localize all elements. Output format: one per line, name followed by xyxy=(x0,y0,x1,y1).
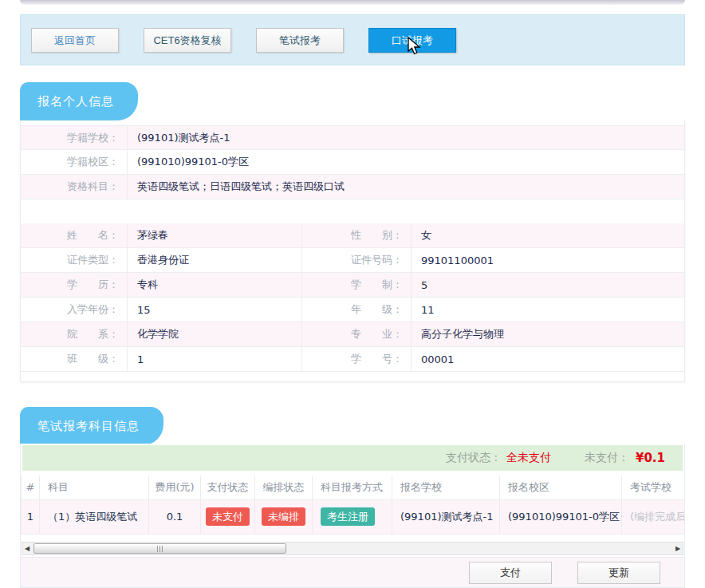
written-subjects-panel: 支付状态： 全未支付 未支付： ¥0.1 # 科目 费用(元) 支付状态 编排状… xyxy=(20,444,685,588)
info-row-school: 学籍学校： (99101)测试考点-1 xyxy=(21,125,684,150)
cell-index: 1 xyxy=(22,499,40,534)
scroll-left-icon[interactable]: ◀ xyxy=(22,543,32,554)
field-label: 学 号： xyxy=(302,347,412,371)
unpaid-label: 未支付： xyxy=(585,451,629,465)
panel-footer: 支付 更新 xyxy=(21,557,684,587)
written-exam-button[interactable]: 笔试报考 xyxy=(256,28,344,53)
field-value: 99101100001 xyxy=(412,248,684,272)
update-button[interactable]: 更新 xyxy=(577,562,660,584)
scroll-right-icon[interactable]: ▶ xyxy=(673,543,683,554)
field-value: 化学学院 xyxy=(128,322,302,346)
info-row-qualified-subjects: 资格科目： 英语四级笔试；日语四级笔试；英语四级口试 xyxy=(21,175,684,199)
field-value: (99101)测试考点-1 xyxy=(128,126,684,149)
field-value: 15 xyxy=(128,298,302,322)
field-label: 学 历： xyxy=(21,273,128,297)
row-spacer xyxy=(21,199,684,223)
col-header-school: 报名学校 xyxy=(392,476,500,499)
info-row-class-studentno: 班 级： 1 学 号： 00001 xyxy=(21,347,684,372)
field-label: 性 别： xyxy=(302,223,412,247)
col-header-arrange-status: 编排状态 xyxy=(255,476,313,499)
field-value: 英语四级笔试；日语四级笔试；英语四级口试 xyxy=(128,175,684,199)
field-value: 1 xyxy=(128,347,302,371)
col-header-index: # xyxy=(22,476,40,499)
subject-table-row: 1 （1）英语四级笔试 0.1 未支付 未编排 考生注册 (99101)测试考点… xyxy=(22,499,685,534)
cell-subject: （1）英语四级笔试 xyxy=(40,499,149,534)
field-label: 姓 名： xyxy=(21,223,128,247)
info-row-campus: 学籍校区： (991010)99101-0学区 xyxy=(21,150,684,175)
field-value: 专科 xyxy=(128,273,302,297)
field-label: 专 业： xyxy=(302,322,412,346)
field-value: 00001 xyxy=(412,347,684,371)
col-header-mode: 科目报考方式 xyxy=(313,476,392,499)
info-row-enrollyear-grade: 入学年份： 15 年 级： 11 xyxy=(21,298,684,322)
cell-mode: 考生注册 xyxy=(313,499,392,534)
info-row-degree-duration: 学 历： 专科 学 制： 5 xyxy=(21,273,684,298)
col-header-pay-status: 支付状态 xyxy=(201,476,255,499)
subjects-table-header-row: # 科目 费用(元) 支付状态 编排状态 科目报考方式 报名学校 报名校区 考试… xyxy=(22,476,685,499)
field-label: 证件类型： xyxy=(21,248,128,272)
field-label: 入学年份： xyxy=(21,298,128,322)
cell-campus: (991010)99101-0学区 xyxy=(500,499,622,534)
cell-fee: 0.1 xyxy=(149,499,201,534)
scrollbar-grip-icon xyxy=(157,546,164,552)
subjects-table-viewport: # 科目 费用(元) 支付状态 编排状态 科目报考方式 报名学校 报名校区 考试… xyxy=(21,476,684,535)
field-label: 学籍学校： xyxy=(21,126,128,149)
top-residual-header-strip xyxy=(20,0,685,5)
field-label: 年 级： xyxy=(302,298,412,322)
field-value: 茅绿春 xyxy=(128,223,302,247)
field-label: 学 制： xyxy=(302,273,412,297)
field-value: 女 xyxy=(412,223,684,247)
field-label: 资格科目： xyxy=(21,175,128,199)
info-row-name-gender: 姓 名： 茅绿春 性 别： 女 xyxy=(21,223,684,248)
unpaid-amount: ¥0.1 xyxy=(636,451,665,465)
field-value: 5 xyxy=(412,273,684,297)
toolbar: 返回首页 CET6资格复核 笔试报考 口试报考 xyxy=(20,14,685,65)
field-value: 香港身份证 xyxy=(128,248,302,272)
register-mode-badge: 考生注册 xyxy=(321,507,375,526)
col-header-fee: 费用(元) xyxy=(149,476,201,499)
written-subjects-panel-title: 笔试报考科目信息 xyxy=(20,407,163,445)
cell-exam-school: (编排完成后 xyxy=(622,499,685,534)
field-label: 班 级： xyxy=(21,347,128,371)
field-label: 院 系： xyxy=(21,322,128,346)
col-header-subject: 科目 xyxy=(40,476,149,499)
info-row-department-major: 院 系： 化学学院 专 业： 高分子化学与物理 xyxy=(21,322,684,347)
back-home-button[interactable]: 返回首页 xyxy=(31,28,119,53)
oral-exam-button[interactable]: 口试报考 xyxy=(368,28,456,53)
subjects-table: # 科目 费用(元) 支付状态 编排状态 科目报考方式 报名学校 报名校区 考试… xyxy=(21,476,684,535)
payment-status-label: 支付状态： xyxy=(446,451,502,465)
unarranged-status-badge: 未编排 xyxy=(262,507,305,526)
payment-status-bar: 支付状态： 全未支付 未支付： ¥0.1 xyxy=(22,445,683,471)
personal-info-panel: 学籍学校： (99101)测试考点-1 学籍校区： (991010)99101-… xyxy=(20,120,685,382)
field-label: 证件号码： xyxy=(302,248,412,272)
field-value: 11 xyxy=(412,298,684,322)
unpaid-status-badge: 未支付 xyxy=(206,507,250,526)
cet6-review-button[interactable]: CET6资格复核 xyxy=(144,28,231,53)
cell-school: (99101)测试考点-1 xyxy=(392,499,500,534)
info-row-idtype-idnumber: 证件类型： 香港身份证 证件号码： 99101100001 xyxy=(21,248,684,273)
field-label: 学籍校区： xyxy=(21,150,128,174)
payment-status-value: 全未支付 xyxy=(506,451,551,465)
cell-pay-status: 未支付 xyxy=(201,499,255,534)
col-header-exam-school: 考试学校 xyxy=(622,476,685,499)
cet-registration-page: { "toolbar": { "home_label": "返回首页", "ce… xyxy=(0,0,705,588)
cell-arrange-status: 未编排 xyxy=(255,499,313,534)
pay-button[interactable]: 支付 xyxy=(469,562,552,584)
col-header-campus: 报名校区 xyxy=(500,476,622,499)
scrollbar-thumb[interactable] xyxy=(33,543,286,554)
personal-info-panel-title: 报名个人信息 xyxy=(20,82,138,120)
field-value: (991010)99101-0学区 xyxy=(128,150,684,174)
field-value: 高分子化学与物理 xyxy=(412,322,684,346)
horizontal-scrollbar[interactable]: ◀ ▶ xyxy=(22,542,683,555)
